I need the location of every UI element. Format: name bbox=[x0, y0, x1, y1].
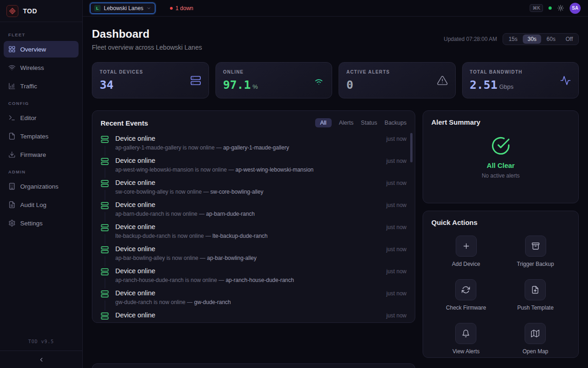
event-detail: ap-west-wing-lebowski-mansion is now onl… bbox=[115, 167, 381, 173]
sidebar-collapse-button[interactable] bbox=[0, 351, 82, 368]
action-push-template[interactable]: Push Template bbox=[517, 279, 554, 311]
red-dot-icon bbox=[170, 7, 173, 10]
event-title: Device online bbox=[115, 289, 381, 297]
terminal-icon bbox=[8, 114, 16, 121]
event-message: ap-ranch-house-dude-ranch is now online bbox=[115, 277, 217, 283]
server-icon bbox=[101, 179, 110, 188]
event-time: just now bbox=[386, 311, 407, 319]
event-message: gw-dude-ranch is now online bbox=[115, 299, 186, 305]
org-selector[interactable]: L Lebowski Lanes bbox=[90, 3, 155, 14]
event-list: Device online ap-gallery-1-maude-gallery… bbox=[101, 132, 407, 323]
sun-icon[interactable] bbox=[557, 5, 564, 12]
refresh-option-15s[interactable]: 15s bbox=[504, 34, 522, 44]
gear-icon bbox=[8, 219, 16, 227]
dashboard-content: Dashboard Fleet overview across Lebowski… bbox=[83, 17, 588, 368]
devices-down-indicator[interactable]: 1 down bbox=[170, 5, 193, 12]
action-label: Check Firmware bbox=[446, 305, 486, 311]
event-separator: — bbox=[219, 277, 224, 283]
sidebar-item-label: Traffic bbox=[20, 83, 37, 90]
server-icon bbox=[101, 267, 110, 276]
stat-cards: TOTAL DEVICES 34 ONLINE 97.1 % ACTIVE AL… bbox=[92, 62, 579, 98]
stat-unit: % bbox=[253, 83, 258, 90]
event-row[interactable]: Device online lte-backup-dude-ranch is n… bbox=[101, 220, 407, 242]
event-detail: ap-bar-bowling-alley is now online — ap-… bbox=[115, 255, 381, 261]
sidebar-item-audit-log[interactable]: Audit Log bbox=[4, 196, 79, 213]
sidebar-item-firmware[interactable]: Firmware bbox=[4, 146, 79, 163]
event-device-name: ap-barn-dude-ranch bbox=[206, 211, 254, 217]
event-message: ap-west-wing-lebowski-mansion is now onl… bbox=[115, 167, 227, 173]
event-title: Device online bbox=[115, 179, 381, 186]
event-detail: sw-core-bowling-alley is now online — sw… bbox=[115, 189, 381, 195]
tab-alerts[interactable]: Alerts bbox=[339, 120, 354, 126]
activity-icon bbox=[560, 75, 571, 86]
stat-card-online: ONLINE 97.1 % bbox=[215, 62, 333, 98]
server-icon bbox=[101, 311, 110, 320]
brand-logo-icon bbox=[6, 5, 18, 17]
plus-icon bbox=[456, 236, 477, 257]
action-trigger-backup[interactable]: Trigger Backup bbox=[517, 236, 554, 267]
sidebar-item-settings[interactable]: Settings bbox=[4, 215, 79, 231]
event-row[interactable]: Device online ap-bar-bowling-alley is no… bbox=[101, 242, 407, 264]
org-name: Lebowski Lanes bbox=[104, 5, 143, 12]
sidebar-item-label: Settings bbox=[20, 220, 43, 227]
building-icon bbox=[8, 183, 16, 190]
action-open-map[interactable]: Open Map bbox=[522, 323, 548, 355]
event-row[interactable]: Device online ap-barn-dude-ranch is now … bbox=[101, 198, 407, 220]
event-row[interactable]: Device online ap-gallery-1-maude-gallery… bbox=[101, 132, 407, 154]
tab-status[interactable]: Status bbox=[361, 120, 377, 126]
event-separator: — bbox=[216, 144, 221, 151]
sidebar-item-label: Organizations bbox=[20, 183, 58, 190]
sidebar-item-editor[interactable]: Editor bbox=[4, 109, 79, 126]
brand-name: TOD bbox=[23, 7, 37, 15]
refresh-option-off[interactable]: Off bbox=[561, 34, 577, 44]
action-label: Open Map bbox=[522, 348, 548, 355]
action-check-firmware[interactable]: Check Firmware bbox=[446, 279, 486, 311]
event-message: ap-bar-bowling-alley is now online bbox=[115, 255, 198, 261]
tab-all[interactable]: All bbox=[315, 118, 332, 127]
action-view-alerts[interactable]: View Alerts bbox=[452, 323, 480, 355]
action-add-device[interactable]: Add Device bbox=[452, 236, 480, 267]
sidebar-item-label: Firmware bbox=[20, 151, 46, 158]
event-message: sw-core-bowling-alley is now online bbox=[115, 189, 202, 195]
bell-icon bbox=[455, 323, 476, 344]
server-icon bbox=[101, 157, 110, 166]
event-title: Device online bbox=[115, 201, 381, 208]
event-title: Device online bbox=[115, 267, 381, 275]
event-title: Device online bbox=[115, 311, 381, 319]
alert-summary-title: Alert Summary bbox=[431, 118, 570, 126]
event-row[interactable]: Device online gw-dude-ranch is now onlin… bbox=[101, 287, 407, 309]
stat-value: 97.1 bbox=[223, 78, 251, 92]
refresh-option-60s[interactable]: 60s bbox=[542, 34, 560, 44]
event-time: just now bbox=[386, 223, 407, 230]
tab-backups[interactable]: Backups bbox=[384, 120, 407, 126]
action-label: Trigger Backup bbox=[517, 261, 554, 267]
stat-value: 2.51 bbox=[470, 78, 498, 92]
avatar[interactable]: SA bbox=[570, 3, 581, 14]
sidebar-item-traffic[interactable]: Traffic bbox=[4, 78, 79, 94]
sidebar-item-label: Overview bbox=[20, 46, 46, 53]
sidebar-item-templates[interactable]: Templates bbox=[4, 128, 79, 144]
event-row[interactable]: Device online ap-ranch-house-dude-ranch … bbox=[101, 264, 407, 287]
scrollbar-thumb[interactable] bbox=[410, 133, 413, 162]
sidebar-item-overview[interactable]: Overview bbox=[4, 41, 79, 58]
alert-triangle-icon bbox=[437, 75, 448, 86]
event-row[interactable]: Device online ap-west-wing-lebowski-mans… bbox=[101, 154, 407, 176]
event-filter-tabs: All Alerts Status Backups bbox=[315, 118, 407, 127]
event-title: Device online bbox=[115, 157, 381, 164]
recent-events-title: Recent Events bbox=[101, 119, 148, 127]
event-separator: — bbox=[203, 189, 209, 195]
alert-status: All Clear bbox=[431, 161, 570, 169]
server-icon bbox=[101, 135, 110, 144]
event-row[interactable]: Device online just now bbox=[101, 309, 407, 323]
bar-chart-icon bbox=[8, 82, 16, 90]
sidebar-item-wireless[interactable]: Wireless bbox=[4, 59, 79, 76]
check-circle-icon bbox=[491, 136, 510, 155]
event-time: just now bbox=[386, 245, 407, 253]
event-row[interactable]: Device online sw-core-bowling-alley is n… bbox=[101, 176, 407, 198]
server-icon bbox=[101, 289, 110, 298]
sidebar-item-organizations[interactable]: Organizations bbox=[4, 178, 79, 195]
refresh-option-30s[interactable]: 30s bbox=[523, 34, 541, 44]
next-panel-top-edge bbox=[92, 363, 415, 368]
alert-summary-panel: Alert Summary All Clear No active alerts bbox=[423, 110, 579, 203]
command-palette-shortcut[interactable]: ⌘K bbox=[530, 4, 543, 12]
